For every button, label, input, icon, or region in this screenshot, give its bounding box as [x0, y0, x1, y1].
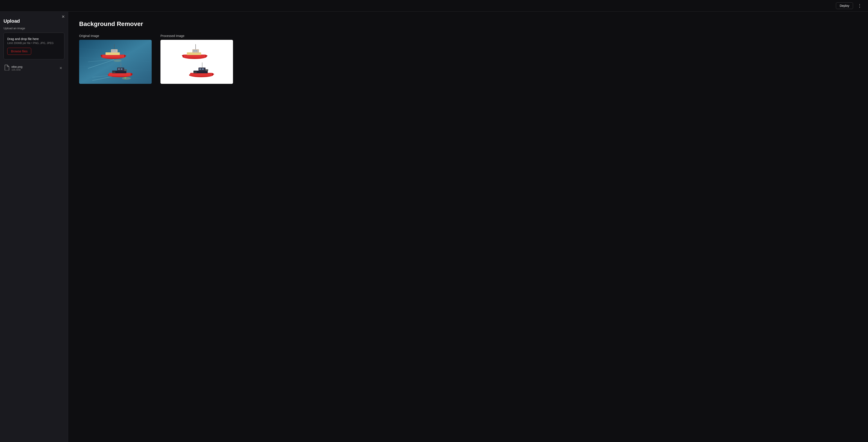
processed-image-label: Processed Image: [160, 34, 233, 38]
svg-rect-31: [195, 50, 197, 52]
dropzone: Drag and drop file here Limit 200MB per …: [3, 33, 64, 59]
processed-image-container: [160, 40, 233, 84]
svg-rect-20: [124, 69, 127, 71]
file-item: elbe.png 105.5KB ✕: [3, 63, 64, 73]
processed-image-section: Processed Image: [160, 34, 233, 84]
svg-rect-41: [193, 71, 197, 73]
file-name: elbe.png: [11, 65, 56, 68]
original-image-label: Original Image: [79, 34, 152, 38]
main-content: Background Remover Original Image: [68, 12, 868, 442]
file-info: elbe.png 105.5KB: [11, 65, 56, 71]
svg-rect-10: [112, 50, 114, 52]
sidebar-subtitle: Upload an image: [3, 27, 64, 30]
svg-rect-25: [160, 40, 233, 84]
dropzone-subtitle: Limit 200MB per file • PNG, JPG, JPEG: [7, 41, 61, 45]
dropzone-title: Drag and drop file here: [7, 37, 61, 41]
svg-point-23: [122, 77, 131, 80]
svg-rect-40: [206, 69, 208, 71]
file-remove-button[interactable]: ✕: [58, 65, 64, 70]
svg-rect-30: [193, 50, 195, 52]
sidebar-close-button[interactable]: ✕: [62, 15, 65, 19]
browse-files-button[interactable]: Browse files: [7, 48, 31, 55]
svg-rect-18: [121, 68, 122, 70]
file-icon: [4, 65, 9, 71]
svg-rect-38: [202, 68, 204, 70]
svg-rect-27: [184, 55, 206, 58]
svg-point-24: [114, 60, 122, 62]
svg-rect-34: [190, 73, 212, 76]
svg-rect-7: [102, 55, 124, 58]
sidebar: ✕ Upload Upload an image Drag and drop f…: [0, 12, 68, 442]
deploy-button[interactable]: Deploy: [836, 2, 853, 9]
original-image-container: [79, 40, 152, 84]
main-layout: ✕ Upload Upload an image Drag and drop f…: [0, 12, 868, 442]
images-row: Original Image: [79, 34, 857, 84]
sidebar-title: Upload: [3, 18, 64, 24]
svg-rect-14: [109, 73, 131, 76]
svg-rect-11: [114, 50, 116, 52]
file-size: 105.5KB: [11, 68, 56, 71]
menu-button[interactable]: ⋮: [856, 2, 864, 9]
svg-rect-37: [199, 68, 201, 70]
page-title: Background Remover: [79, 21, 857, 28]
original-image-section: Original Image: [79, 34, 152, 84]
svg-rect-17: [118, 68, 120, 70]
topbar: Deploy ⋮: [0, 0, 868, 12]
svg-rect-21: [112, 71, 115, 73]
